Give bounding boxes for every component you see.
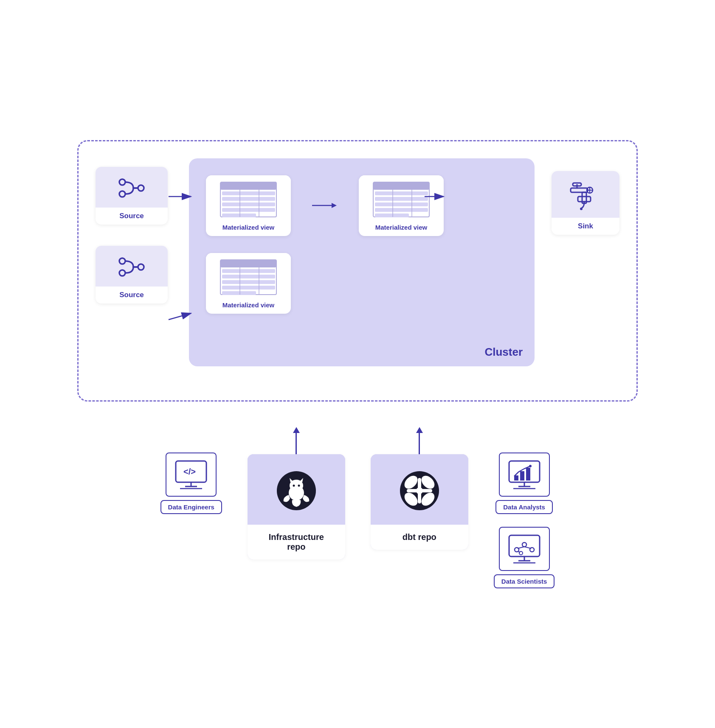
svg-rect-31 bbox=[222, 286, 275, 290]
svg-rect-8 bbox=[222, 191, 275, 195]
svg-rect-21 bbox=[375, 202, 428, 206]
sink-icon bbox=[569, 180, 602, 210]
matview-icon-area-3 bbox=[206, 253, 291, 298]
svg-rect-30 bbox=[222, 280, 275, 284]
svg-rect-69 bbox=[407, 489, 432, 492]
svg-point-0 bbox=[119, 179, 125, 185]
data-scientists-label: Data Scientists bbox=[494, 574, 555, 588]
matview-icon-area-1 bbox=[206, 175, 291, 220]
dbt-arrow-line bbox=[419, 433, 420, 454]
matview-card-3: Materialized view bbox=[206, 253, 291, 314]
data-engineers-card: </> Data Engineers bbox=[160, 453, 222, 514]
data-scientists-icon-box bbox=[499, 527, 550, 571]
svg-rect-27 bbox=[220, 260, 276, 267]
svg-line-84 bbox=[524, 547, 531, 548]
svg-point-60 bbox=[293, 484, 295, 486]
svg-rect-12 bbox=[222, 214, 256, 217]
matview-card-2: Materialized view bbox=[359, 175, 444, 236]
svg-rect-10 bbox=[222, 202, 275, 206]
svg-point-1 bbox=[119, 191, 125, 197]
svg-rect-18 bbox=[373, 182, 429, 190]
infra-repo-label: Infrastructure repo bbox=[248, 525, 345, 559]
svg-point-79 bbox=[522, 542, 526, 547]
svg-line-83 bbox=[518, 547, 524, 548]
cluster-row-2: Materialized view bbox=[206, 253, 518, 314]
svg-point-4 bbox=[119, 270, 125, 276]
matview-table-icon-2 bbox=[372, 180, 431, 219]
svg-rect-78 bbox=[509, 535, 540, 557]
matview-table-icon-3 bbox=[219, 258, 278, 296]
right-cards: Data Analysts bbox=[494, 453, 555, 588]
svg-rect-19 bbox=[375, 191, 428, 195]
source-icon-1 bbox=[116, 176, 147, 200]
svg-marker-16 bbox=[332, 203, 337, 208]
source-label-2: Source bbox=[116, 287, 147, 304]
cluster-label: Cluster bbox=[484, 346, 523, 359]
svg-rect-22 bbox=[375, 208, 428, 212]
data-analysts-label: Data Analysts bbox=[495, 500, 553, 514]
dbt-repo-column: dbt repo bbox=[371, 427, 468, 550]
data-analysts-icon bbox=[507, 459, 541, 490]
data-engineers-icon-box: </> bbox=[166, 453, 217, 497]
svg-rect-29 bbox=[222, 275, 275, 278]
svg-rect-20 bbox=[375, 197, 428, 201]
infra-arrow-line bbox=[296, 433, 297, 454]
matview-icon-area-2 bbox=[359, 175, 444, 220]
svg-rect-23 bbox=[375, 214, 409, 217]
dbt-icon bbox=[398, 469, 441, 512]
source-icon-2 bbox=[116, 255, 147, 279]
svg-line-45 bbox=[169, 313, 191, 320]
infra-repo-card: ⊙ bbox=[248, 454, 345, 559]
source-icon-area-1 bbox=[96, 167, 168, 208]
data-engineers-label: Data Engineers bbox=[160, 500, 222, 514]
sources-column: Source Source bbox=[96, 167, 168, 304]
dbt-repo-card: dbt repo bbox=[371, 454, 468, 550]
infra-repo-icon-area: ⊙ bbox=[248, 454, 345, 525]
arrow-mv1-mv2 bbox=[312, 200, 338, 211]
source-card-1: Source bbox=[96, 167, 168, 225]
dbt-arrow-head bbox=[416, 427, 423, 433]
svg-rect-7 bbox=[220, 182, 276, 190]
sink-card: Sink bbox=[552, 171, 619, 235]
svg-point-38 bbox=[580, 208, 583, 210]
diagram-container: Source Source bbox=[60, 123, 655, 605]
dbt-up-arrow bbox=[416, 427, 423, 454]
svg-rect-9 bbox=[222, 197, 275, 201]
matview-label-2: Materialized view bbox=[372, 220, 431, 236]
svg-rect-37 bbox=[578, 197, 591, 202]
sink-label: Sink bbox=[574, 218, 597, 235]
svg-text:</>: </> bbox=[183, 467, 196, 476]
sink-icon-area bbox=[552, 171, 619, 218]
bottom-section: </> Data Engineers bbox=[77, 427, 638, 588]
matview-table-icon-1 bbox=[219, 180, 278, 219]
dbt-repo-label: dbt repo bbox=[371, 525, 468, 550]
svg-rect-73 bbox=[526, 468, 530, 481]
cluster-box: Materialized view bbox=[189, 158, 535, 366]
svg-point-5 bbox=[138, 264, 144, 270]
svg-rect-11 bbox=[222, 208, 275, 212]
svg-point-61 bbox=[298, 484, 300, 486]
github-icon: ⊙ bbox=[275, 469, 318, 512]
svg-point-74 bbox=[529, 465, 532, 467]
matview-label-1: Materialized view bbox=[219, 220, 278, 236]
cluster-row-1: Materialized view bbox=[206, 175, 518, 236]
svg-point-3 bbox=[119, 258, 125, 264]
svg-rect-72 bbox=[520, 471, 524, 481]
dbt-repo-icon-area bbox=[371, 454, 468, 525]
source-icon-area-2 bbox=[96, 246, 168, 287]
svg-rect-28 bbox=[222, 269, 275, 273]
infra-repo-column: ⊙ bbox=[248, 427, 345, 559]
matview-card-1: Materialized view bbox=[206, 175, 291, 236]
matview-label-3: Materialized view bbox=[219, 298, 278, 314]
source-label-1: Source bbox=[116, 208, 147, 225]
data-analysts-card: Data Analysts bbox=[494, 453, 555, 514]
infra-arrow-head bbox=[293, 427, 300, 433]
data-scientists-icon bbox=[507, 534, 541, 564]
data-scientists-card: Data Scientists bbox=[494, 527, 555, 588]
data-analysts-icon-box bbox=[499, 453, 550, 497]
svg-point-2 bbox=[138, 185, 144, 191]
svg-rect-32 bbox=[222, 291, 256, 295]
outer-box: Source Source bbox=[77, 140, 638, 402]
data-engineers-icon: </> bbox=[174, 459, 208, 490]
source-card-2: Source bbox=[96, 246, 168, 304]
